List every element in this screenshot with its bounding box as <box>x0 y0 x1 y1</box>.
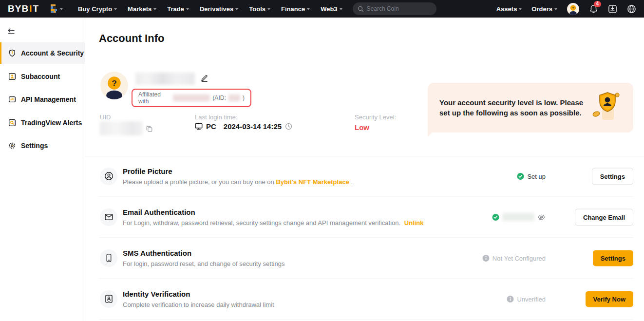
main-content: Account Info ? Affiliated with (AID: ) U… <box>85 18 644 321</box>
profile-picture-status: Set up <box>517 172 546 180</box>
svg-text:?: ? <box>112 78 117 88</box>
nav-item-derivatives[interactable]: Derivatives <box>194 5 244 13</box>
top-navigation-bar: BYBIT Buy Crypto Markets Trade Derivativ… <box>0 0 644 18</box>
sidebar-item-account-security[interactable]: Account & Security <box>0 42 85 64</box>
profile-picture-icon-wrap <box>100 168 117 185</box>
security-level-value: Low <box>355 123 369 132</box>
nav-item-markets[interactable]: Markets <box>122 5 162 13</box>
info-circle-icon <box>482 254 490 262</box>
smartphone-icon <box>104 253 114 263</box>
row-title: Email Authentication <box>123 208 423 216</box>
status-label: Unverified <box>517 295 546 302</box>
affiliation-highlight-box: Affiliated with (AID: ) <box>132 89 251 107</box>
search-icon <box>358 6 364 12</box>
tradingview-alerts-icon <box>8 119 16 127</box>
nft-marketplace-link[interactable]: Bybit's NFT Marketplace <box>276 178 349 186</box>
unlink-email-link[interactable]: Unlink <box>404 219 424 227</box>
anniversary-5-menu[interactable] <box>50 4 63 14</box>
collapse-sidebar-button[interactable] <box>7 28 16 37</box>
divider-bar <box>220 123 220 130</box>
profile-avatar[interactable]: ? <box>100 72 128 101</box>
logo-accent-letter: I <box>29 3 32 14</box>
svg-text:API: API <box>10 98 14 101</box>
sidebar-item-tradingview-alerts[interactable]: TradingView Alerts <box>0 112 85 133</box>
security-level-label: Security Level: <box>355 113 396 121</box>
nav-item-trade[interactable]: Trade <box>162 5 194 13</box>
row-title: Profile Picture <box>123 167 353 175</box>
sms-settings-button[interactable]: Settings <box>593 250 633 266</box>
identity-badge-icon <box>104 294 114 303</box>
subaccount-icon <box>8 73 16 80</box>
notification-badge: 4 <box>594 1 601 7</box>
nav-item-buy-crypto[interactable]: Buy Crypto <box>73 5 122 13</box>
identity-icon-wrap <box>100 290 117 308</box>
nav-item-tools[interactable]: Tools <box>244 5 276 13</box>
row-text: Profile Picture Please upload a profile … <box>123 167 353 186</box>
sidebar-item-label: Settings <box>21 142 48 150</box>
sidebar-item-subaccount[interactable]: Subaccount <box>0 66 85 87</box>
profile-picture-icon <box>104 171 114 181</box>
copy-uid-button[interactable] <box>146 125 153 134</box>
user-avatar[interactable]: ? <box>567 3 579 15</box>
email-icon <box>104 212 114 222</box>
sidebar-item-api-management[interactable]: API API Management <box>0 89 85 110</box>
row-description: For login, password reset, and change of… <box>123 260 284 267</box>
change-email-button[interactable]: Change Email <box>575 208 633 226</box>
download-app-button[interactable] <box>608 4 617 14</box>
shield-badge-illustration <box>591 91 622 125</box>
sidebar-item-settings[interactable]: Settings <box>0 135 85 156</box>
profile-picture-settings-button[interactable]: Settings <box>592 168 633 185</box>
coin-search[interactable] <box>353 2 436 15</box>
row-description: Please upload a profile picture, or you … <box>123 178 353 186</box>
copy-icon <box>146 125 153 132</box>
nav-item-finance[interactable]: Finance <box>276 5 315 13</box>
chevron-down-icon <box>186 8 189 10</box>
avatar-icon: ? <box>567 3 579 15</box>
chevron-down-icon <box>267 8 270 10</box>
last-login-value: PC 2024-03-14 14:25 <box>195 122 292 131</box>
chevron-down-icon <box>60 8 63 10</box>
chevron-down-icon <box>340 8 342 10</box>
collapse-sidebar-icon <box>7 28 16 35</box>
bybit-logo[interactable]: BYBIT <box>8 3 39 14</box>
nav-item-assets[interactable]: Assets <box>496 5 522 13</box>
security-settings-list: Profile Picture Please upload a profile … <box>99 156 633 320</box>
chevron-down-icon <box>153 8 156 10</box>
login-timestamp: 2024-03-14 14:25 <box>224 122 282 131</box>
sidebar-item-label: Subaccount <box>21 73 60 80</box>
row-email-authentication: Email Authentication For Login, withdraw… <box>99 197 633 238</box>
clock-icon <box>285 123 292 130</box>
chevron-down-icon <box>307 8 310 10</box>
redacted-aid <box>228 94 240 101</box>
language-button[interactable] <box>627 4 636 14</box>
identity-status: Unverified <box>507 295 546 302</box>
email-icon-wrap <box>100 208 117 226</box>
page-title: Account Info <box>99 32 164 45</box>
row-text: Identity Verification Complete verificat… <box>123 290 274 308</box>
eye-slash-icon[interactable] <box>537 213 546 221</box>
logo-text: BYB <box>8 3 29 14</box>
sidebar-item-label: API Management <box>21 95 76 103</box>
avatar-icon: ? <box>100 72 128 99</box>
verify-now-button[interactable]: Verify Now <box>586 291 633 307</box>
status-label: Set up <box>527 172 546 180</box>
row-description: For Login, withdraw, password retrieval,… <box>123 219 423 227</box>
row-identity-verification: Identity Verification Complete verificat… <box>99 279 633 320</box>
chevron-down-icon <box>519 8 522 10</box>
edit-username-button[interactable] <box>200 74 208 84</box>
row-title: SMS Authentication <box>123 249 284 257</box>
info-circle-icon <box>507 295 514 302</box>
nav-right-group: Assets Orders ? 4 <box>496 3 636 15</box>
nav-item-orders[interactable]: Orders <box>531 5 557 13</box>
last-login-label: Last login time: <box>195 113 237 121</box>
sms-icon-wrap <box>100 249 117 267</box>
search-input[interactable] <box>367 5 425 12</box>
login-device: PC <box>206 122 216 131</box>
affiliated-with-label: Affiliated with <box>138 91 170 105</box>
nav-item-web3[interactable]: Web3 <box>315 5 347 13</box>
sms-status: Not Yet Configured <box>482 254 546 262</box>
notifications-button[interactable]: 4 <box>589 4 598 14</box>
row-title: Identity Verification <box>123 290 274 298</box>
api-icon: API <box>8 95 16 103</box>
security-alert-card: Your account security level is low. Plea… <box>428 83 633 132</box>
